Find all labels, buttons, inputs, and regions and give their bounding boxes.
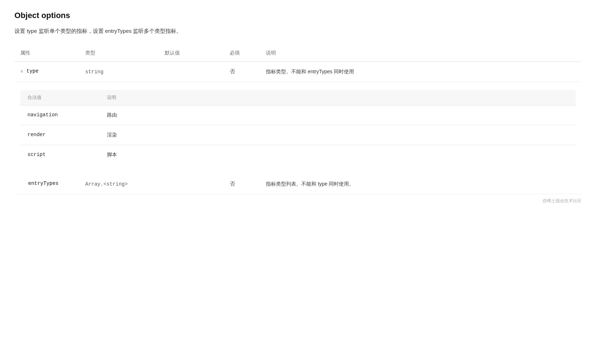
- valid-values-table: 合法值 说明 navigation 路由 render 渲染: [20, 90, 576, 165]
- prop-name: entryTypes: [28, 181, 59, 186]
- sub-col-desc: 说明: [100, 90, 576, 105]
- col-header-type: 类型: [79, 46, 159, 62]
- valid-desc: 渲染: [100, 125, 576, 145]
- sub-table-row: 合法值 说明 navigation 路由 render 渲染: [14, 82, 582, 174]
- valid-desc: 路由: [100, 105, 576, 125]
- table-header-row: 属性 类型 默认值 必填 说明: [14, 46, 582, 62]
- prop-desc-cell: 指标类型。不能和 entryTypes 同时使用: [260, 62, 582, 82]
- sub-col-value: 合法值: [20, 90, 100, 105]
- prop-type: string: [85, 69, 103, 75]
- table-row: ∧ type string 否 指标类型。不能和 entryTypes 同时使用: [14, 62, 582, 82]
- prop-desc: 指标类型。不能和 entryTypes 同时使用: [266, 69, 354, 74]
- list-item: navigation 路由: [20, 105, 576, 125]
- valid-value: render: [20, 125, 100, 145]
- prop-required: 否: [230, 181, 235, 187]
- prop-type: Array.<string>: [85, 181, 128, 187]
- prop-required-cell: 否: [224, 62, 260, 82]
- prop-default-cell: [159, 62, 224, 82]
- prop-name-cell: ∧ type: [14, 62, 79, 82]
- options-table: 属性 类型 默认值 必填 说明 ∧ type string 否 指标类型。: [14, 46, 582, 194]
- footer-credit: @稀土掘金技术社区: [14, 198, 582, 204]
- list-item: render 渲染: [20, 125, 576, 145]
- col-header-default: 默认值: [159, 46, 224, 62]
- list-item: script 脚本: [20, 145, 576, 165]
- col-header-prop: 属性: [14, 46, 79, 62]
- prop-desc-cell: 指标类型列表。不能和 type 同时使用。: [260, 174, 582, 194]
- col-header-required: 必填: [224, 46, 260, 62]
- valid-value: navigation: [20, 105, 100, 125]
- col-header-desc: 说明: [260, 46, 582, 62]
- expand-toggle-icon[interactable]: ∧: [20, 69, 23, 74]
- prop-default-cell: [159, 174, 224, 194]
- prop-required: 否: [230, 68, 235, 74]
- valid-value: script: [20, 145, 100, 165]
- prop-type-cell: Array.<string>: [79, 174, 159, 194]
- prop-name: type: [26, 68, 39, 74]
- prop-name-cell: entryTypes: [14, 174, 79, 194]
- prop-type-cell: string: [79, 62, 159, 82]
- valid-values-container: 合法值 说明 navigation 路由 render 渲染: [20, 90, 576, 165]
- sub-table-header-row: 合法值 说明: [20, 90, 576, 105]
- table-row: entryTypes Array.<string> 否 指标类型列表。不能和 t…: [14, 174, 582, 194]
- valid-desc: 脚本: [100, 145, 576, 165]
- prop-desc: 指标类型列表。不能和 type 同时使用。: [266, 181, 354, 187]
- prop-required-cell: 否: [224, 174, 260, 194]
- sub-table-container-cell: 合法值 说明 navigation 路由 render 渲染: [14, 82, 582, 174]
- page-title: Object options: [14, 11, 582, 20]
- page-description: 设置 type 监听单个类型的指标，设置 entryTypes 监听多个类型指标…: [14, 27, 582, 35]
